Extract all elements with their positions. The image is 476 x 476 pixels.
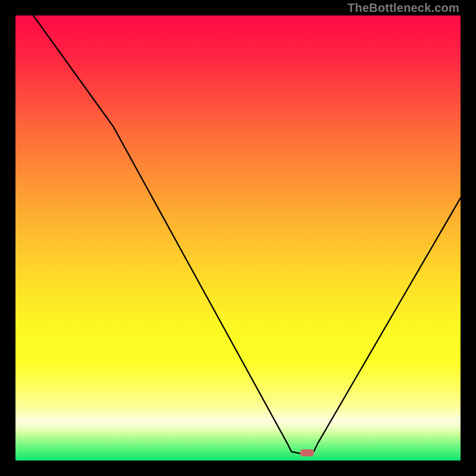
bottleneck-curve	[33, 15, 461, 454]
plot-area	[15, 15, 461, 461]
chart-container	[15, 15, 461, 461]
watermark-text: TheBottleneck.com	[347, 1, 459, 15]
optimal-marker	[300, 449, 314, 456]
curve-layer	[15, 15, 461, 461]
